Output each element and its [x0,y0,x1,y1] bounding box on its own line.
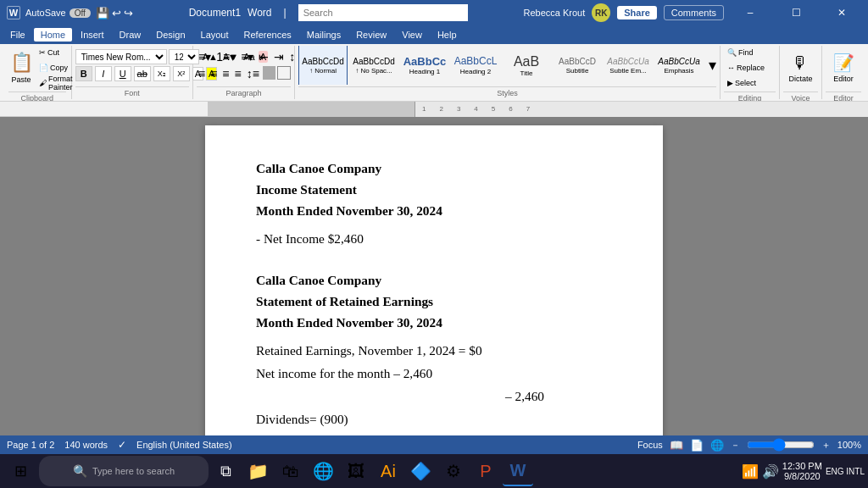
line-spacing-button[interactable]: ↕≡ [245,66,261,81]
select-button[interactable]: ▶ Select [724,76,776,90]
font-name-select[interactable]: Times New Rom... [75,49,167,64]
justify-button[interactable]: ≡ [233,66,243,81]
taskbar-powerpoint[interactable]: P [470,456,501,486]
find-button[interactable]: 🔍 Find [724,46,776,59]
editor-icon: 📝 [833,53,854,73]
bullets-button[interactable]: ≡▾ [197,49,213,64]
superscript-button[interactable]: X² [173,66,190,81]
word-icon: W [7,6,20,19]
taskbar-word-active[interactable]: W [503,456,533,486]
clock-area[interactable]: 12:30 PM 9/8/2020 [782,461,822,481]
style-subtitle[interactable]: AaBbCcD Subtitle [553,46,602,85]
strikethrough-button[interactable]: ab [134,66,151,81]
ribbon-paragraph: ≡▾ 1≡▾ ≡▾ ⇤ ⇥ ↕ ¶ ≡ ≡ ≡ ≡ ↕≡ Paragraph [193,46,295,99]
redo-icon[interactable]: ↪ [124,7,133,19]
taskbar-store[interactable]: 🛍 [275,456,306,486]
styles-more-button[interactable]: ▾ [709,56,716,75]
share-button[interactable]: Share [617,6,657,19]
menu-design[interactable]: Design [149,28,192,42]
autosave-toggle[interactable]: Off [70,8,91,18]
view-read-button[interactable]: 📖 [670,439,683,452]
comments-button[interactable]: Comments [664,5,724,20]
voice-label: Voice [783,92,818,102]
menu-draw[interactable]: Draw [113,28,148,42]
menu-view[interactable]: View [395,28,429,42]
search-input[interactable] [298,4,468,21]
zoom-in-button[interactable]: ＋ [821,439,831,452]
align-right-button[interactable]: ≡ [220,66,231,81]
menu-file[interactable]: File [3,28,32,42]
taskbar-tiles[interactable]: ⚙ [438,456,469,486]
taskbar-illustrator[interactable]: Ai [373,456,403,486]
quick-access: 💾 ↩ ↪ [96,7,133,19]
menu-mailings[interactable]: Mailings [300,28,348,42]
sound-icon[interactable]: 🔊 [762,463,779,480]
focus-button[interactable]: Focus [637,440,663,450]
ribbon-editor: 📝 Editor Editor [822,46,865,99]
taskbar-photos[interactable]: 🖼 [341,456,371,486]
menu-insert[interactable]: Insert [74,28,111,42]
numbering-button[interactable]: 1≡▾ [214,49,237,64]
document-area: Calla Canoe Company Income Statement Mon… [0,117,868,435]
status-right: Focus 📖 📄 🌐 － ＋ 100% [637,439,861,452]
menu-references[interactable]: References [237,28,298,42]
subscript-button[interactable]: X₂ [153,66,170,81]
view-print-button[interactable]: 📄 [690,439,704,452]
style-heading1[interactable]: AaBbCc Heading 1 [400,46,449,85]
save-icon[interactable]: 💾 [96,7,109,19]
view-web-button[interactable]: 🌐 [710,439,724,452]
shading-button[interactable] [263,66,276,80]
italic-button[interactable]: I [95,66,112,81]
borders-button[interactable] [277,66,291,80]
document[interactable]: Calla Canoe Company Income Statement Mon… [205,125,663,435]
subtotal-line: – 2,460 [505,389,544,403]
menu-home[interactable]: Home [34,28,72,42]
menu-help[interactable]: Help [431,28,464,42]
paste-button[interactable]: 📋 Paste [8,47,34,89]
undo-icon[interactable]: ↩ [112,7,121,19]
style-normal[interactable]: AaBbCcDd ↑ Normal [298,46,348,85]
start-button[interactable]: ⊞ [3,456,37,486]
cut-button[interactable]: ✂ Cut [36,46,76,59]
taskbar-edge[interactable]: 🌐 [308,456,339,486]
close-button[interactable]: ✕ [822,0,861,25]
network-icon[interactable]: 📶 [742,463,759,480]
bold-button[interactable]: B [75,66,92,81]
style-title[interactable]: AaB Title [502,46,551,85]
tiles-icon: ⚙ [446,461,461,481]
locale-display: ENG INTL [826,467,865,476]
menu-layout[interactable]: Layout [194,28,236,42]
multilevel-button[interactable]: ≡▾ [239,49,255,64]
format-painter-button[interactable]: 🖌 Format Painter [36,76,76,90]
style-no-spacing[interactable]: AaBbCcDd ↑ No Spac... [349,46,398,85]
paragraph-label: Paragraph [197,86,291,99]
dictate-button[interactable]: 🎙 Dictate [785,46,815,90]
style-heading2[interactable]: AaBbCcL Heading 2 [451,46,500,85]
autosave-label: AutoSave [25,8,66,18]
app-name: Word [248,7,271,19]
search-area[interactable]: 🔍 Type here to search [39,456,209,486]
replace-button[interactable]: ↔ Replace [724,61,776,75]
style-subtle-em[interactable]: AaBbCcUa Subtle Em... [604,46,653,85]
net-income-month-line: Net income for the month – 2,460 [256,364,612,384]
zoom-slider[interactable] [747,440,815,450]
menu-review[interactable]: Review [349,28,393,42]
minimize-button[interactable]: – [731,0,770,25]
taskbar-blue[interactable]: 🔷 [405,456,437,486]
underline-button[interactable]: U [114,66,131,81]
editor-button[interactable]: 📝 Editor [830,46,858,90]
increase-indent-button[interactable]: ⇥ [272,49,286,64]
page-info: Page 1 of 2 [7,440,54,450]
zoom-out-button[interactable]: － [731,439,740,452]
style-emphasis[interactable]: AaBbCcUa Emphasis [654,46,704,85]
align-center-button[interactable]: ≡ [209,66,219,81]
taskbar-explorer[interactable]: 📁 [242,456,274,486]
copy-button[interactable]: 📄 Copy [36,61,76,75]
maximize-button[interactable]: ☐ [776,0,815,25]
app5-icon: 🔷 [410,461,431,481]
task-view-button[interactable]: ⧉ [210,456,241,486]
income-statement-title: Income Statement [256,180,612,200]
ribbon-voice: 🎙 Dictate Voice [780,46,822,99]
decrease-indent-button[interactable]: ⇤ [257,49,270,64]
align-left-button[interactable]: ≡ [197,66,207,81]
